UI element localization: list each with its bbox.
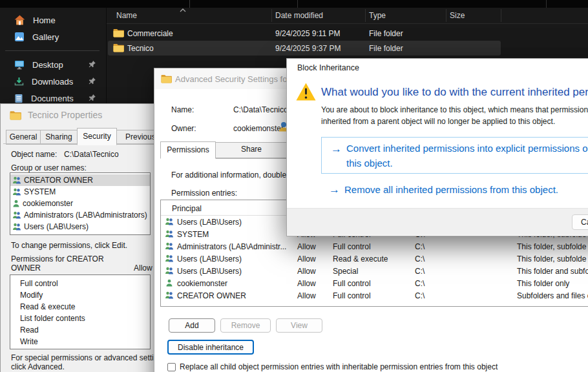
user-icon	[12, 200, 20, 207]
cell-principal: Administrators (LAB\Administr...	[177, 242, 286, 251]
cell-applies-to: This folder and subfo	[517, 267, 588, 276]
permission-item: Read	[10, 324, 150, 336]
name-value: C:\Data\Tecnico	[233, 105, 288, 114]
group-icon	[12, 223, 21, 231]
group-list-item[interactable]: cookiemonster	[10, 198, 150, 209]
cell-type: Allow	[297, 254, 316, 264]
cell-principal: Users (LAB\Users)	[177, 254, 242, 264]
permission-item: Special permissions	[10, 347, 150, 349]
block-dialog-titlebar[interactable]: Block Inheritance	[287, 59, 588, 77]
replace-checkbox[interactable]	[167, 363, 176, 371]
cell-inherited-from: C:\	[415, 267, 425, 276]
sidebar-item-label: Gallery	[32, 32, 59, 42]
group-list-item[interactable]: SYSTEM	[10, 186, 150, 198]
tab-general[interactable]: General	[6, 130, 41, 145]
column-divider[interactable]	[501, 9, 501, 22]
pin-icon[interactable]	[88, 77, 96, 85]
sidebar-item-label: Home	[33, 16, 56, 25]
cell-inherited-from: C:\	[415, 254, 425, 264]
owner-label: Owner:	[171, 124, 196, 133]
column-header-date-modified[interactable]: Date modified	[275, 11, 323, 20]
tab-share[interactable]: Share	[215, 142, 288, 159]
cell-inherited-from: C:\	[415, 291, 425, 300]
remove-permissions-command-link[interactable]: → Remove all inherited permissions from …	[321, 181, 588, 196]
group-icon	[165, 230, 174, 238]
group-list-item[interactable]: Users (LAB\Users)	[10, 221, 150, 232]
file-date-modified: 9/24/2025 9:11 PM	[275, 29, 341, 38]
permission-item: Modify	[10, 289, 150, 301]
top-strip-divider	[546, 0, 547, 8]
principal-name: CREATOR OWNER	[24, 174, 93, 186]
tab-sharing[interactable]: Sharing	[40, 130, 78, 145]
cancel-button[interactable]: Cancel	[572, 214, 588, 230]
file-row-commerciale[interactable]: Commerciale 9/24/2025 9:11 PM File folde…	[107, 26, 588, 41]
group-icon	[165, 254, 174, 262]
cell-access: Special	[333, 267, 358, 276]
column-divider[interactable]	[446, 9, 446, 22]
group-list-item[interactable]: CREATOR OWNER	[10, 174, 150, 186]
folder-icon	[161, 74, 172, 83]
permissions-for-label: Permissions for CREATOR	[11, 254, 104, 264]
cell-applies-to: This folder only	[517, 279, 569, 288]
permission-item: Write	[10, 336, 150, 347]
group-user-listbox[interactable]: CREATOR OWNER SYSTEM cookiemonster Admin…	[10, 172, 151, 235]
column-header-type[interactable]: Type	[369, 11, 386, 20]
group-icon	[12, 211, 21, 219]
file-name: Tecnico	[127, 44, 154, 53]
column-divider[interactable]	[365, 9, 366, 22]
name-label: Name:	[171, 105, 194, 114]
sidebar-item-home[interactable]: Home	[5, 12, 102, 28]
block-dialog-heading: What would you like to do with the curre…	[321, 86, 588, 99]
table-row[interactable]: cookiemonster Allow Full control C:\ Thi…	[161, 277, 588, 289]
info-text: For additional information, double-	[171, 170, 289, 180]
column-header-name[interactable]: Name	[116, 11, 137, 20]
column-header-size[interactable]: Size	[450, 11, 465, 20]
owner-value: cookiemonster	[233, 124, 284, 133]
table-row[interactable]: Users (LAB\Users) Allow Read & execute C…	[161, 253, 588, 265]
group-icon	[12, 176, 21, 184]
principal-name: SYSTEM	[24, 186, 56, 198]
sidebar-item-label: Documents	[31, 94, 74, 103]
advanced-hint-text: For special permissions or advanced sett…	[11, 353, 168, 362]
table-row[interactable]: Users (LAB\Users) Allow Special C:\ This…	[161, 265, 588, 277]
disable-inheritance-button[interactable]: Disable inheritance	[167, 340, 254, 355]
permissions-for-label: OWNER	[11, 264, 41, 273]
sidebar-item-downloads[interactable]: Downloads	[5, 74, 102, 89]
sidebar-divider	[5, 50, 100, 51]
file-type: File folder	[369, 29, 403, 38]
group-icon	[165, 267, 174, 274]
column-divider[interactable]	[271, 9, 272, 22]
advanced-hint-text: click Advanced.	[11, 362, 65, 371]
group-list-item[interactable]: Administrators (LAB\Administrators)	[10, 209, 150, 221]
cell-principal: Users (LAB\Users)	[177, 218, 242, 227]
column-headers: Name Date modified Type Size	[107, 8, 588, 24]
warning-icon	[295, 82, 317, 101]
remove-button: Remove	[220, 318, 271, 333]
sort-ascending-icon	[180, 8, 186, 12]
command-link-text: this object.	[346, 158, 393, 169]
permissions-listbox[interactable]: Full control Modify Read & execute List …	[10, 274, 151, 349]
add-button[interactable]: Add	[169, 318, 215, 333]
object-name-value: C:\Data\Tecnico	[64, 150, 119, 159]
edit-hint-text: To change permissions, click Edit.	[11, 241, 127, 250]
group-icon	[12, 188, 21, 196]
convert-permissions-command-link[interactable]: → Convert inherited permissions into exp…	[321, 137, 588, 174]
group-icon	[165, 291, 174, 299]
desktop-icon	[14, 60, 25, 70]
table-row[interactable]: Administrators (LAB\Administr... Allow F…	[161, 240, 588, 253]
table-header-principal[interactable]: Principal	[172, 204, 202, 213]
sidebar-item-desktop[interactable]: Desktop	[5, 57, 102, 72]
top-strip-divider	[189, 0, 190, 8]
pin-icon[interactable]	[88, 94, 96, 102]
pin-icon[interactable]	[88, 60, 96, 68]
cell-type: Allow	[297, 267, 316, 276]
cell-access: Full control	[333, 242, 371, 251]
principal-name: Users (LAB\Users)	[24, 221, 89, 232]
folder-icon	[113, 43, 124, 52]
tab-permissions[interactable]: Permissions	[160, 141, 216, 159]
tab-security[interactable]: Security	[77, 128, 117, 145]
table-row[interactable]: CREATOR OWNER Allow Full control C:\ Sub…	[161, 289, 588, 302]
cell-access: Full control	[333, 291, 371, 300]
sidebar-item-gallery[interactable]: Gallery	[5, 29, 102, 45]
file-row-tecnico-selected[interactable]: Tecnico 9/24/2025 9:37 PM File folder	[108, 41, 501, 56]
